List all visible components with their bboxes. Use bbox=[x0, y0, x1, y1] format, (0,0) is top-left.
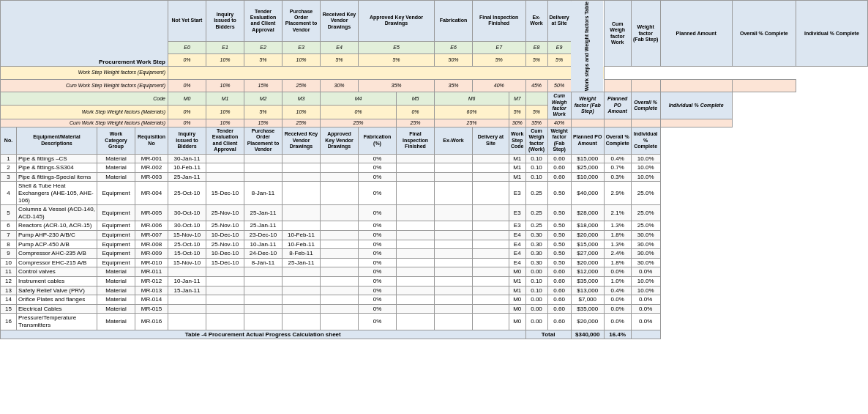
row-final-inspection bbox=[397, 267, 435, 277]
row-cum-weigh: 0.10 bbox=[525, 286, 547, 295]
col-fabrication: Fabrication (%) bbox=[359, 127, 397, 155]
row-no: 7 bbox=[1, 231, 17, 240]
equip-wt-e1: 10% bbox=[206, 54, 244, 67]
row-fabrication: 0% bbox=[359, 258, 397, 267]
row-inquiry: 15-Nov-10 bbox=[168, 258, 206, 267]
mat-cum-label: Cum Work Step Weight factors (Materials) bbox=[1, 119, 168, 127]
mat-wt-m1: 10% bbox=[206, 106, 244, 119]
row-category: Equipment bbox=[97, 249, 135, 259]
mat-cum-s5 bbox=[631, 119, 660, 127]
mat-code-m1: M1 bbox=[206, 92, 244, 106]
table-row: 5 Columns & Vessel (ACD-140, ACD-145) Eq… bbox=[1, 205, 868, 221]
row-exwork bbox=[435, 276, 473, 286]
row-weight-fab: 0.60 bbox=[547, 286, 571, 295]
row-weight-fab: 0.50 bbox=[547, 221, 571, 231]
equip-cum-e7: 40% bbox=[473, 79, 526, 92]
row-delivery bbox=[473, 249, 509, 259]
row-planned-amount: $25,000 bbox=[571, 163, 604, 173]
row-purchase bbox=[244, 267, 283, 277]
table-row: 15 Electrical Cables Material MR-015 0% … bbox=[1, 304, 868, 314]
row-fabrication: 0% bbox=[359, 163, 397, 173]
row-planned-amount: $40,000 bbox=[571, 182, 604, 205]
row-approved bbox=[321, 154, 359, 163]
col-approved-vendor: Approved Key Vendor Drawings bbox=[321, 127, 359, 155]
row-no: 6 bbox=[1, 221, 17, 231]
row-category: Material bbox=[97, 295, 135, 305]
row-no: 13 bbox=[1, 286, 17, 295]
header-fabrication: Fabrication bbox=[435, 1, 473, 42]
row-requisition: MR-006 bbox=[135, 221, 168, 231]
row-approved bbox=[321, 295, 359, 305]
equip-code-e2: E2 bbox=[244, 41, 283, 53]
row-cum-weigh: 0.10 bbox=[525, 172, 547, 182]
row-no: 9 bbox=[1, 249, 17, 259]
mat-code-spacer bbox=[525, 92, 547, 106]
row-exwork bbox=[435, 249, 473, 259]
mat-code-label: Code bbox=[1, 92, 168, 106]
row-cum-weigh: 0.30 bbox=[525, 249, 547, 259]
row-no: 1 bbox=[1, 154, 17, 163]
row-category: Material bbox=[97, 304, 135, 314]
row-final-inspection bbox=[397, 249, 435, 259]
row-inquiry: 15-Oct-10 bbox=[168, 249, 206, 259]
mat-cum-s6 bbox=[660, 119, 732, 127]
row-purchase bbox=[244, 172, 283, 182]
mat-wt-m4: 0% bbox=[321, 106, 397, 119]
mat-cum-spacer: 35% bbox=[525, 119, 547, 127]
row-fabrication: 0% bbox=[359, 231, 397, 240]
row-inquiry: 15-Nov-10 bbox=[168, 231, 206, 240]
row-planned-amount: $7,000 bbox=[571, 295, 604, 305]
row-category: Material bbox=[97, 163, 135, 173]
row-no: 5 bbox=[1, 205, 17, 221]
table-row: 2 Pipe & fittings-SS304 Material MR-002 … bbox=[1, 163, 868, 173]
mat-code-m2: M2 bbox=[244, 92, 283, 106]
row-fabrication: 0% bbox=[359, 249, 397, 259]
row-requisition: MR-014 bbox=[135, 295, 168, 305]
row-received: 25-Jan-11 bbox=[283, 258, 321, 267]
row-tender bbox=[206, 276, 244, 286]
row-weight-fab: 0.50 bbox=[547, 240, 571, 249]
row-inquiry: 30-Jan-11 bbox=[168, 154, 206, 163]
equip-cum-spacer2 bbox=[631, 79, 660, 92]
row-weight-fab: 0.60 bbox=[547, 163, 571, 173]
row-weight-fab: 0.50 bbox=[547, 249, 571, 259]
col-work-category: Work Category Group bbox=[97, 127, 135, 155]
row-purchase: 23-Dec-10 bbox=[244, 231, 283, 240]
equip-cum-spacer4 bbox=[732, 79, 796, 92]
row-tender bbox=[206, 286, 244, 295]
header-cum-weigh2: Cum Weigh factor Work bbox=[547, 92, 571, 119]
row-cum-weigh: 0.30 bbox=[525, 240, 547, 249]
row-approved bbox=[321, 172, 359, 182]
row-category: Material bbox=[97, 286, 135, 295]
row-planned-amount: $12,000 bbox=[571, 267, 604, 277]
equip-code-e3: E3 bbox=[283, 41, 321, 53]
row-cum-weigh: 0.25 bbox=[525, 205, 547, 221]
row-exwork bbox=[435, 304, 473, 314]
row-description: Pump AHP-230 A/B/C bbox=[17, 231, 97, 240]
row-tender bbox=[206, 304, 244, 314]
row-requisition: MR-008 bbox=[135, 240, 168, 249]
row-inquiry: 10-Jan-11 bbox=[168, 276, 206, 286]
equip-wt-e6: 50% bbox=[435, 54, 473, 67]
row-purchase: 24-Dec-10 bbox=[244, 249, 283, 259]
row-exwork bbox=[435, 231, 473, 240]
equip-weight-spacer bbox=[168, 67, 605, 79]
mat-cum-m6: 25% bbox=[435, 119, 509, 127]
row-weight-fab: 0.60 bbox=[547, 295, 571, 305]
row-fabrication: 0% bbox=[359, 267, 397, 277]
col-cum-weigh: Cum Weigh factor (Work) bbox=[525, 127, 547, 155]
row-overall: 2.4% bbox=[604, 249, 631, 259]
row-description: Pump ACP-450 A/B bbox=[17, 240, 97, 249]
row-cum-weigh: 0.10 bbox=[525, 276, 547, 286]
mat-cum-m4: 25% bbox=[321, 119, 397, 127]
row-tender: 25-Nov-10 bbox=[206, 205, 244, 221]
row-overall: 1.3% bbox=[604, 240, 631, 249]
row-fabrication: 0% bbox=[359, 205, 397, 221]
row-fabrication: 0% bbox=[359, 154, 397, 163]
row-tender: 25-Nov-10 bbox=[206, 221, 244, 231]
row-overall: 1.3% bbox=[604, 221, 631, 231]
mat-wt-m6: 60% bbox=[435, 106, 509, 119]
row-fabrication: 0% bbox=[359, 172, 397, 182]
equip-cum-e0: 0% bbox=[168, 79, 206, 92]
mat-wt-m5: 0% bbox=[397, 106, 435, 119]
